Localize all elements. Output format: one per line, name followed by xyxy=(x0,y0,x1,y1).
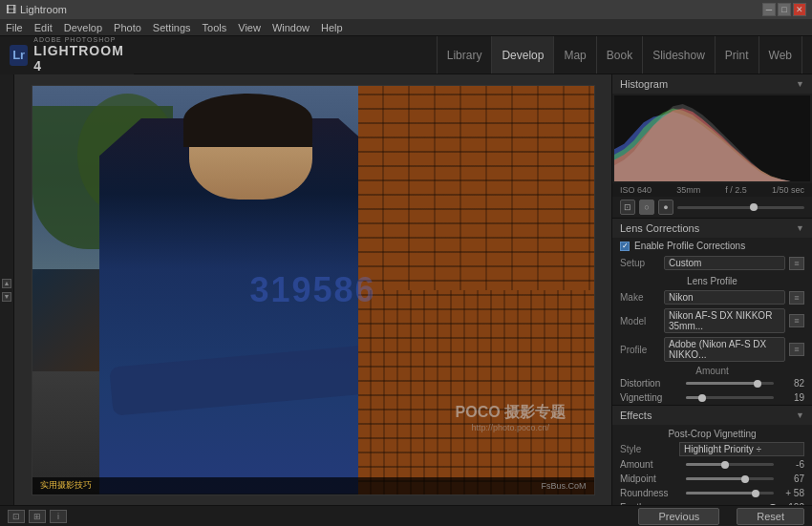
nav-area: Library Develop Map Book Slideshow Print… xyxy=(437,36,812,74)
heal-tool[interactable]: ○ xyxy=(639,200,654,215)
lens-corrections-section: Lens Corrections ▼ ✓ Enable Profile Corr… xyxy=(612,219,812,406)
menu-file[interactable]: File xyxy=(6,22,23,33)
setup-btn[interactable]: ≡ xyxy=(789,257,804,270)
menu-window[interactable]: Window xyxy=(272,22,310,33)
effects-amount-label: Amount xyxy=(620,459,682,470)
distortion-slider[interactable] xyxy=(686,382,774,385)
style-row: Style Highlight Priority ÷ xyxy=(612,441,812,457)
lens-corrections-header[interactable]: Lens Corrections ▼ xyxy=(612,219,812,238)
midpoint-thumb[interactable] xyxy=(741,475,749,483)
menu-tools[interactable]: Tools xyxy=(203,22,227,33)
menu-edit[interactable]: Edit xyxy=(34,22,53,33)
effects-section: Effects ▼ Post-Crop Vignetting Style Hig… xyxy=(612,406,812,505)
roundness-label: Roundness xyxy=(620,488,682,498)
close-button[interactable]: ✕ xyxy=(793,3,806,16)
enable-profile-label: Enable Profile Corrections xyxy=(634,241,745,251)
zoom-fit-button[interactable]: ⊡ xyxy=(8,510,25,523)
maximize-button[interactable]: □ xyxy=(778,3,791,16)
watermark-left-text: 实用摄影技巧 xyxy=(40,479,92,492)
previous-button[interactable]: Previous xyxy=(638,508,719,525)
nav-slideshow[interactable]: Slideshow xyxy=(643,36,716,74)
profile-row: Profile Adobe (Nikon AF-S DX NIKKO... ≡ xyxy=(612,335,812,364)
effects-amount-row: Amount -6 xyxy=(612,457,812,472)
shutter-info: 1/50 sec xyxy=(772,185,804,195)
hist-slider-track[interactable] xyxy=(677,206,804,209)
main-layout: ▲ ▼ xyxy=(0,74,812,505)
setup-value[interactable]: Custom xyxy=(664,256,785,270)
logo-text: ADOBE PHOTOSHOP LIGHTROOM 4 xyxy=(33,36,124,74)
histogram-chart xyxy=(614,95,810,181)
reset-button[interactable]: Reset xyxy=(737,508,804,525)
nav-print[interactable]: Print xyxy=(716,36,759,74)
model-value[interactable]: Nikon AF-S DX NIKKOR 35mm... xyxy=(664,308,785,333)
watermark-right-text: FsBus.CoM xyxy=(541,481,586,491)
roundness-slider[interactable] xyxy=(686,492,774,494)
effects-amount-slider[interactable] xyxy=(686,463,774,466)
scroll-down-button[interactable]: ▼ xyxy=(2,292,11,302)
feather-thumb[interactable] xyxy=(769,504,777,506)
vignetting-row: Vignetting 19 xyxy=(612,390,812,405)
make-value[interactable]: Nikon xyxy=(664,290,785,305)
style-value[interactable]: Highlight Priority ÷ xyxy=(679,442,804,456)
lens-corrections-arrow: ▼ xyxy=(796,223,804,233)
midpoint-label: Midpoint xyxy=(620,473,682,484)
hist-slider-thumb[interactable] xyxy=(750,203,758,211)
model-label: Model xyxy=(620,316,660,326)
nav-develop[interactable]: Develop xyxy=(492,36,554,74)
histogram-display xyxy=(614,95,810,181)
effects-header[interactable]: Effects ▼ xyxy=(612,406,812,425)
right-panel: Histogram ▼ ISO 640 35mm xyxy=(611,74,812,505)
model-btn[interactable]: ≡ xyxy=(789,314,804,327)
post-crop-title: Post-Crop Vignetting xyxy=(612,425,812,441)
menu-help[interactable]: Help xyxy=(321,22,343,33)
lr-badge: Lr xyxy=(10,45,28,66)
effects-arrow: ▼ xyxy=(796,410,804,420)
scroll-up-button[interactable]: ▲ xyxy=(2,279,11,288)
photo-background: 319586 POCO 摄影专题 http://photo.poco.cn/ 实… xyxy=(32,86,594,494)
vignetting-slider[interactable] xyxy=(686,396,774,399)
effects-amount-value: -6 xyxy=(778,459,804,470)
distortion-label: Distortion xyxy=(620,378,682,389)
histogram-header[interactable]: Histogram ▼ xyxy=(612,74,812,94)
adjustment-brush[interactable]: ● xyxy=(658,200,673,215)
distortion-thumb[interactable] xyxy=(754,380,761,388)
grid-button[interactable]: ⊞ xyxy=(29,510,46,523)
photo-container: 319586 POCO 摄影专题 http://photo.poco.cn/ 实… xyxy=(32,85,595,495)
distortion-fill xyxy=(686,382,758,385)
setup-row: Setup Custom ≡ xyxy=(612,254,812,272)
effects-amount-thumb[interactable] xyxy=(721,461,729,469)
histogram-label: Histogram xyxy=(620,78,668,90)
histogram-info: ISO 640 35mm f / 2.5 1/50 sec xyxy=(612,183,812,197)
make-btn[interactable]: ≡ xyxy=(789,291,804,305)
menu-settings[interactable]: Settings xyxy=(153,22,191,33)
profile-value[interactable]: Adobe (Nikon AF-S DX NIKKO... xyxy=(664,337,785,362)
nav-book[interactable]: Book xyxy=(597,36,643,74)
vignetting-thumb[interactable] xyxy=(698,394,706,402)
title-bar: 🎞 Lightroom ─ □ ✕ xyxy=(0,0,812,19)
title-bar-icon: 🎞 xyxy=(6,4,16,15)
bottom-bar: ⊡ ⊞ i Previous Reset xyxy=(0,505,812,526)
nav-map[interactable]: Map xyxy=(554,36,596,74)
midpoint-slider[interactable] xyxy=(686,477,774,480)
menu-photo[interactable]: Photo xyxy=(114,22,141,33)
menu-develop[interactable]: Develop xyxy=(64,22,102,33)
svg-marker-3 xyxy=(614,104,810,181)
info-button[interactable]: i xyxy=(50,510,67,523)
title-bar-title: Lightroom xyxy=(20,4,67,15)
left-scrollbar[interactable]: ▲ ▼ xyxy=(1,275,12,305)
amount-title: Amount xyxy=(612,364,812,376)
nav-web[interactable]: Web xyxy=(759,36,802,74)
enable-profile-checkbox[interactable]: ✓ xyxy=(620,242,630,251)
distortion-row: Distortion 82 xyxy=(612,376,812,390)
minimize-button[interactable]: ─ xyxy=(762,3,776,16)
title-bar-controls: ─ □ ✕ xyxy=(762,3,806,16)
make-row: Make Nikon ≡ xyxy=(612,288,812,306)
profile-btn[interactable]: ≡ xyxy=(789,343,804,356)
midpoint-row: Midpoint 67 xyxy=(612,472,812,486)
enable-profile-row: ✓ Enable Profile Corrections xyxy=(612,238,812,254)
roundness-thumb[interactable] xyxy=(752,490,759,497)
watermark-url: http://photo.poco.cn/ xyxy=(456,423,566,432)
nav-library[interactable]: Library xyxy=(437,36,493,74)
crop-tool[interactable]: ⊡ xyxy=(620,200,635,215)
menu-view[interactable]: View xyxy=(238,22,261,33)
